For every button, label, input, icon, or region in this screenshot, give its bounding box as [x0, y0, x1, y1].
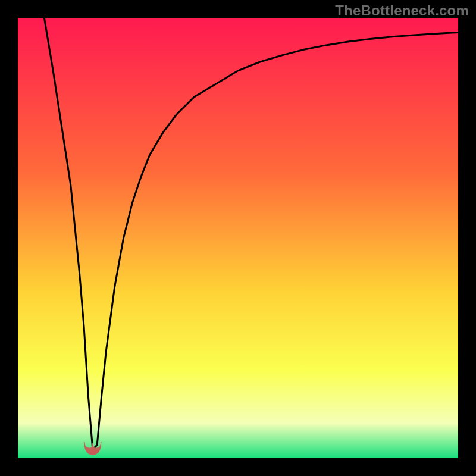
- plot-area: [18, 18, 458, 458]
- gradient-background: [18, 18, 458, 458]
- chart-frame: TheBottleneck.com: [0, 0, 476, 476]
- bottleneck-chart: [18, 18, 458, 458]
- watermark-label: TheBottleneck.com: [335, 2, 469, 19]
